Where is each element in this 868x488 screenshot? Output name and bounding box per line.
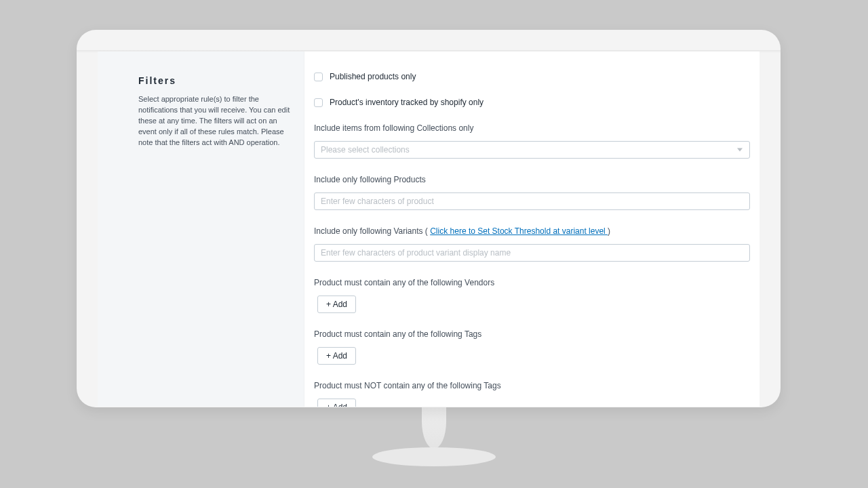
- field-variants: Include only following Variants ( Click …: [314, 226, 750, 262]
- field-products: Include only following Products Enter fe…: [314, 175, 750, 210]
- checkbox-published-label: Published products only: [330, 72, 416, 81]
- label-vendors: Product must contain any of the followin…: [314, 278, 750, 287]
- input-products-placeholder: Enter few characters of product: [321, 197, 434, 206]
- sidebar-description: Select appropriate rule(s) to filter the…: [138, 94, 291, 148]
- label-variants-pre: Include only following Variants (: [314, 226, 430, 236]
- input-variants[interactable]: Enter few characters of product variant …: [314, 244, 750, 262]
- select-collections-placeholder: Please select collections: [321, 145, 410, 155]
- field-tags-exclude: Product must NOT contain any of the foll…: [314, 381, 750, 407]
- checkbox-published[interactable]: [314, 73, 323, 81]
- sidebar-title: Filters: [138, 75, 291, 86]
- checkbox-row-published: Published products only: [314, 72, 750, 81]
- monitor-stand-neck: [422, 403, 446, 449]
- sidebar: Filters Select appropriate rule(s) to fi…: [98, 52, 304, 407]
- app-window: Filters Select appropriate rule(s) to fi…: [98, 52, 760, 407]
- link-variant-threshold[interactable]: Click here to Set Stock Threshold at var…: [430, 226, 608, 236]
- select-collections[interactable]: Please select collections: [314, 141, 750, 159]
- chevron-down-icon: [737, 148, 743, 152]
- field-collections: Include items from following Collections…: [314, 123, 750, 159]
- field-vendors: Product must contain any of the followin…: [314, 278, 750, 313]
- checkbox-inventory-tracked[interactable]: [314, 98, 323, 107]
- label-variants: Include only following Variants ( Click …: [314, 226, 750, 236]
- monitor-frame: Filters Select appropriate rule(s) to fi…: [77, 30, 781, 407]
- label-tags-exclude: Product must NOT contain any of the foll…: [314, 381, 750, 390]
- label-tags-include: Product must contain any of the followin…: [314, 329, 750, 339]
- label-collections: Include items from following Collections…: [314, 123, 750, 133]
- label-variants-post: ): [608, 226, 610, 236]
- input-products[interactable]: Enter few characters of product: [314, 192, 750, 210]
- input-variants-placeholder: Enter few characters of product variant …: [321, 248, 511, 258]
- add-tag-exclude-button[interactable]: + Add: [317, 399, 356, 407]
- monitor-stand-base: [372, 447, 496, 466]
- field-tags-include: Product must contain any of the followin…: [314, 329, 750, 365]
- add-tag-include-button[interactable]: + Add: [317, 347, 356, 365]
- label-products: Include only following Products: [314, 175, 750, 184]
- checkbox-inventory-label: Product's inventory tracked by shopify o…: [330, 98, 484, 107]
- filters-panel: Published products only Product's invent…: [304, 52, 760, 407]
- checkbox-row-inventory: Product's inventory tracked by shopify o…: [314, 98, 750, 107]
- add-vendor-button[interactable]: + Add: [317, 296, 356, 313]
